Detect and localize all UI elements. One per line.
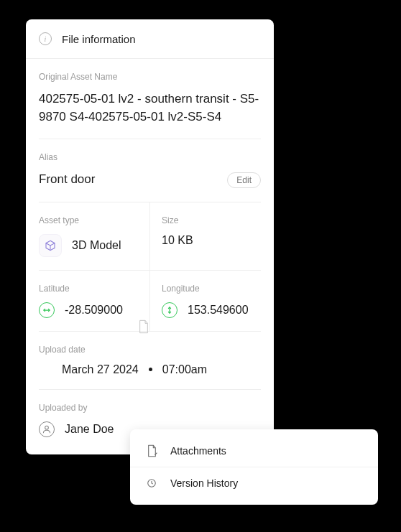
menu-attachments-label: Attachments <box>170 445 226 457</box>
horizontal-arrows-icon <box>39 302 55 318</box>
upload-date-value: March 27 2024 <box>62 363 139 376</box>
longitude-value: 153.549600 <box>188 304 249 317</box>
menu-version-history-label: Version History <box>170 477 238 489</box>
latitude-section: Latitude -28.509000 <box>39 271 150 332</box>
asset-type-section: Asset type 3D Model <box>39 202 150 271</box>
longitude-section: Longitude 153.549600 <box>150 271 261 332</box>
user-icon <box>39 421 55 437</box>
lat-lon-row: Latitude -28.509000 Longitude <box>39 271 261 332</box>
card-title: File information <box>62 33 136 45</box>
svg-point-0 <box>45 426 49 429</box>
asset-type-label: Asset type <box>39 215 138 225</box>
menu-item-version-history[interactable]: Version History <box>130 467 378 499</box>
asset-type-value: 3D Model <box>72 239 121 252</box>
file-info-card: i File information Original Asset Name 4… <box>26 19 274 454</box>
upload-date-section: Upload date March 27 2024 07:00am <box>39 332 261 390</box>
separator-dot-icon <box>149 368 152 371</box>
upload-time-value: 07:00am <box>162 363 207 376</box>
vertical-arrows-icon <box>162 302 178 318</box>
alias-value: Front door <box>39 171 95 189</box>
original-name-value: 402575-05-01 lv2 - southern transit - S5… <box>39 90 261 126</box>
card-header: i File information <box>26 19 274 59</box>
edit-alias-button[interactable]: Edit <box>227 172 261 188</box>
context-menu: Attachments Version History <box>130 429 378 505</box>
file-icon <box>138 319 149 337</box>
original-name-label: Original Asset Name <box>39 72 261 82</box>
latitude-label: Latitude <box>39 284 138 294</box>
upload-date-label: Upload date <box>39 345 261 355</box>
menu-item-attachments[interactable]: Attachments <box>130 435 378 467</box>
size-value: 10 KB <box>162 234 261 247</box>
latitude-value: -28.509000 <box>65 304 123 317</box>
alias-label: Alias <box>39 152 261 162</box>
uploaded-by-value: Jane Doe <box>65 423 114 436</box>
uploaded-by-label: Uploaded by <box>39 403 261 413</box>
clock-icon <box>146 477 157 489</box>
longitude-label: Longitude <box>162 284 261 294</box>
cube-icon <box>39 234 62 257</box>
attachment-file-icon <box>146 445 157 457</box>
size-section: Size 10 KB <box>150 202 261 271</box>
size-label: Size <box>162 215 261 225</box>
type-size-row: Asset type 3D Model Size 10 KB <box>39 202 261 271</box>
alias-section: Alias Front door Edit <box>39 139 261 202</box>
info-icon: i <box>39 32 52 45</box>
original-name-section: Original Asset Name 402575-05-01 lv2 - s… <box>39 59 261 139</box>
